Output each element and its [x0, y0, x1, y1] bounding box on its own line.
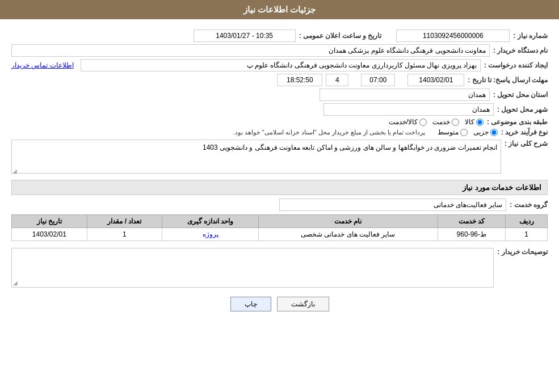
purchase-option-motavaset[interactable]: متوسط	[438, 128, 468, 136]
subject-option-kala[interactable]: کالا	[465, 118, 484, 126]
page-header: جزئیات اطلاعات نیاز	[0, 0, 559, 19]
table-cell: 1403/02/01	[12, 228, 87, 241]
service-group-label: گروه خدمت :	[510, 201, 548, 209]
subject-label-kala: کالا	[465, 118, 474, 126]
print-button[interactable]: چاپ	[230, 297, 271, 311]
purchase-radio-group: متوسط جزیی	[438, 128, 498, 136]
subject-option-kala-khedmat[interactable]: کالا/خدمت	[389, 118, 427, 126]
subject-radio-group: کالا/خدمت خدمت کالا	[389, 118, 484, 126]
col-header-code: کد خدمت	[438, 215, 505, 228]
description-label: شرح کلی نیاز :	[505, 140, 548, 147]
creator-link[interactable]: اطلاعات تماس خریدار	[11, 61, 74, 69]
creator-label: ایجاد کننده درخواست :	[484, 61, 548, 69]
need-number-label: شماره نیاز :	[513, 32, 548, 40]
announce-date-label: تاریخ و ساعت اعلان عمومی :	[299, 32, 382, 40]
buyer-label: نام دستگاه خریدار :	[493, 47, 548, 54]
purchase-label-motavaset: متوسط	[438, 128, 459, 136]
col-header-row: ردیف	[506, 215, 548, 228]
subject-radio-kala-khedmat[interactable]	[419, 119, 427, 126]
table-cell: پروژه	[162, 228, 259, 241]
city-value: همدان	[323, 103, 494, 116]
table-cell: 1	[87, 228, 162, 241]
subject-label-khedmat: خدمت	[432, 118, 450, 126]
purchase-type-label: نوع فرآیند خرید :	[501, 128, 548, 136]
service-group-value: سایر فعالیت‌های خدماتی	[279, 199, 506, 211]
send-deadline-label: مهلت ارسال پاسخ: تا تاریخ :	[468, 76, 548, 84]
time-value: 07:00	[361, 74, 395, 86]
col-header-name: نام خدمت	[259, 215, 438, 228]
services-table: ردیف کد خدمت نام خدمت واحد اندازه گیری ت…	[11, 214, 548, 241]
buyer-comment-box: ◢	[11, 248, 494, 288]
resize-handle: ◢	[12, 168, 17, 174]
need-number-value: 1103092456000006	[396, 29, 510, 42]
services-section-title: اطلاعات خدمات مورد نیاز	[11, 180, 548, 195]
purchase-label-jozi: جزیی	[473, 128, 489, 136]
table-cell: ط-96-960	[438, 228, 505, 241]
subject-option-khedmat[interactable]: خدمت	[432, 118, 459, 126]
footer-buttons: بازگشت چاپ	[11, 297, 548, 311]
back-button[interactable]: بازگشت	[277, 297, 329, 311]
table-row: 1ط-96-960سایر فعالیت های خدماتی شخصیپروژ…	[12, 228, 548, 241]
announce-date-value: 1403/01/27 - 10:35	[194, 29, 296, 42]
col-header-count: تعداد / مقدار	[87, 215, 162, 228]
description-textarea[interactable]	[11, 140, 501, 174]
province-label: استان محل تحویل :	[493, 91, 548, 99]
purchase-radio-jozi[interactable]	[490, 129, 498, 136]
purchase-note: پرداخت تمام یا بخشی از مبلغ خریداز محل "…	[233, 129, 425, 136]
city-label: شهر محل تحویل :	[497, 106, 548, 113]
province-value: همدان	[320, 88, 490, 101]
deadline-date: 1403/02/01	[407, 74, 464, 86]
col-header-unit: واحد اندازه گیری	[162, 215, 259, 228]
subject-radio-kala[interactable]	[476, 119, 484, 126]
purchase-radio-motavaset[interactable]	[460, 129, 468, 136]
buyer-comment-label: توصیحات خریدار :	[497, 248, 548, 256]
table-cell: 1	[506, 228, 548, 241]
creator-value: بهزاد پرویزی نهال مسئول کاربردارزی معاون…	[81, 59, 481, 71]
page-title: جزئیات اطلاعات نیاز	[243, 5, 316, 14]
resize-icon: ◢	[13, 280, 18, 286]
subject-label-kala-khedmat: کالا/خدمت	[389, 118, 418, 126]
purchase-option-jozi[interactable]: جزیی	[473, 128, 498, 136]
table-cell: سایر فعالیت های خدماتی شخصی	[259, 228, 438, 241]
col-header-date: تاریخ نیاز	[12, 215, 87, 228]
days-value: 4	[326, 74, 348, 86]
remaining-time: 18:52:50	[277, 74, 322, 86]
buyer-value: معاونت دانشجویی فرهنگی دانشگاه علوم پزشک…	[11, 44, 490, 57]
subject-label: طبقه بندی موضوعی :	[487, 118, 548, 126]
subject-radio-khedmat[interactable]	[452, 119, 459, 126]
